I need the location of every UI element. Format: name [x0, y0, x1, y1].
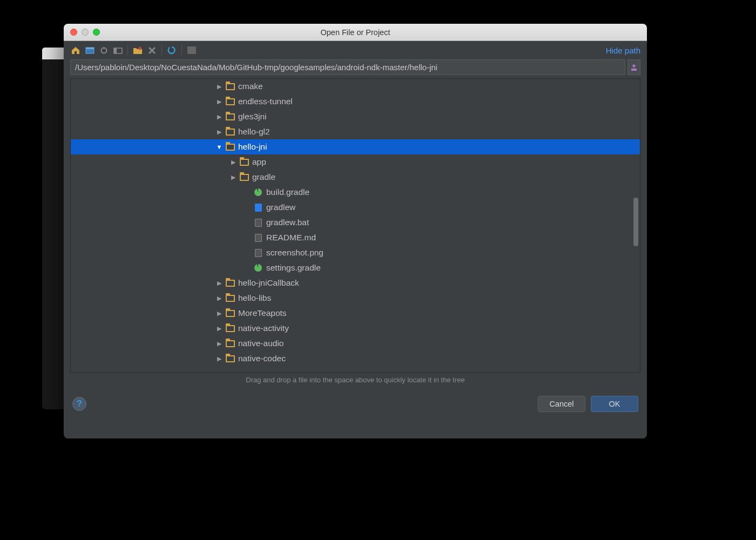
file-icon [253, 233, 263, 242]
disclosure-arrow-icon[interactable]: ▶ [215, 355, 223, 362]
svg-rect-7 [138, 48, 142, 49]
folder-icon [225, 143, 235, 151]
toolbar-separator [181, 45, 182, 56]
tree-row[interactable]: README.md [71, 230, 640, 245]
gradle-file-icon [253, 188, 263, 197]
tree-item-label: settings.gradle [266, 263, 321, 273]
path-input[interactable] [70, 59, 625, 75]
tree-item-label: native-audio [238, 339, 284, 348]
disclosure-arrow-icon[interactable]: ▶ [230, 159, 237, 166]
disclosure-arrow-icon[interactable]: ▶ [215, 129, 223, 136]
tree-item-label: gradle [252, 172, 275, 182]
tree-item-label: app [252, 157, 266, 167]
tree-item-label: screenshot.png [266, 248, 323, 258]
tree-row[interactable]: ▶endless-tunnel [71, 94, 640, 109]
disclosure-arrow-icon[interactable]: ▶ [230, 174, 237, 181]
tree-row[interactable]: gradlew [71, 200, 640, 215]
tree-row[interactable]: ▶native-activity [71, 321, 640, 336]
folder-icon [239, 173, 249, 181]
folder-icon [225, 294, 235, 302]
tree-row[interactable]: ▼hello-jni [71, 139, 640, 154]
tree-item-label: README.md [266, 233, 316, 242]
tree-item-label: build.gradle [266, 187, 309, 197]
disclosure-arrow-icon[interactable]: ▶ [215, 280, 223, 287]
tree-item-label: hello-gl2 [238, 127, 270, 137]
toolbar-separator [127, 45, 128, 56]
folder-icon [225, 309, 235, 318]
disclosure-arrow-icon[interactable]: ▶ [215, 98, 223, 105]
disclosure-arrow-icon[interactable]: ▶ [215, 340, 223, 347]
disclosure-arrow-icon[interactable]: ▼ [215, 144, 223, 150]
svg-rect-10 [631, 69, 637, 71]
tree-item-label: hello-jniCallback [238, 278, 299, 288]
tree-row[interactable]: ▶gradle [71, 170, 640, 185]
folder-icon [225, 127, 235, 136]
tree-row[interactable]: ▶app [71, 154, 640, 170]
tree-item-label: MoreTeapots [238, 308, 287, 318]
folder-icon [225, 324, 235, 333]
svg-point-3 [103, 47, 105, 49]
disclosure-arrow-icon[interactable]: ▶ [215, 83, 223, 90]
home-icon[interactable] [70, 45, 81, 56]
disclosure-arrow-icon[interactable]: ▶ [215, 113, 223, 120]
tree-row[interactable]: ▶native-audio [71, 336, 640, 351]
folder-icon [239, 158, 249, 166]
folder-icon [225, 82, 235, 91]
disclosure-arrow-icon[interactable]: ▶ [215, 325, 223, 332]
tree-item-label: gradlew [266, 202, 295, 212]
module-icon[interactable] [98, 45, 109, 56]
help-button[interactable]: ? [72, 397, 86, 411]
tree-item-label: hello-libs [238, 293, 271, 303]
open-file-dialog: Open File or Project Hide path ▶cmake▶en… [64, 24, 647, 438]
tree-item-label: hello-jni [238, 142, 267, 152]
svg-rect-1 [86, 48, 94, 49]
path-history-button[interactable] [627, 59, 640, 75]
tree-row[interactable]: ▶gles3jni [71, 109, 640, 124]
disclosure-arrow-icon[interactable]: ▶ [215, 295, 223, 302]
svg-rect-5 [114, 48, 117, 53]
tree-row[interactable]: gradlew.bat [71, 215, 640, 230]
tree-row[interactable]: build.gradle [71, 185, 640, 200]
tree-item-label: gles3jni [238, 112, 267, 122]
tree-row[interactable]: ▶native-codec [71, 351, 640, 366]
dialog-footer: ? Cancel OK [64, 394, 647, 420]
tree-row[interactable]: ▶hello-jniCallback [71, 275, 640, 291]
tree-row[interactable]: ▶hello-libs [71, 291, 640, 306]
file-icon [253, 218, 263, 227]
show-hidden-icon[interactable] [186, 45, 197, 56]
tree-item-label: cmake [238, 82, 263, 91]
refresh-icon[interactable] [166, 45, 177, 56]
image-file-icon [253, 248, 263, 257]
tree-row[interactable]: ▶cmake [71, 79, 640, 94]
tree-item-label: native-activity [238, 323, 289, 333]
toolbar-separator [161, 45, 162, 56]
hint-text: Drag and drop a file into the space abov… [64, 373, 647, 394]
tree-row[interactable]: settings.gradle [71, 260, 640, 275]
desktop-icon[interactable] [84, 45, 95, 56]
dialog-title: Open File or Project [64, 28, 647, 37]
project-icon[interactable] [112, 45, 123, 56]
cancel-button[interactable]: Cancel [538, 396, 585, 412]
file-tree[interactable]: ▶cmake▶endless-tunnel▶gles3jni▶hello-gl2… [71, 79, 640, 366]
folder-icon [225, 354, 235, 363]
tree-item-label: native-codec [238, 354, 286, 363]
shell-file-icon [253, 203, 263, 212]
tree-row[interactable]: ▶MoreTeapots [71, 306, 640, 321]
hide-path-link[interactable]: Hide path [606, 46, 640, 55]
svg-rect-8 [187, 46, 196, 54]
ok-button[interactable]: OK [591, 396, 638, 412]
file-tree-container: ▶cmake▶endless-tunnel▶gles3jni▶hello-gl2… [70, 78, 640, 373]
tree-row[interactable]: screenshot.png [71, 245, 640, 260]
disclosure-arrow-icon[interactable]: ▶ [215, 310, 223, 317]
toolbar: Hide path [64, 41, 647, 59]
gradle-file-icon [253, 264, 263, 272]
scrollbar-thumb[interactable] [633, 198, 638, 246]
folder-icon [225, 97, 235, 106]
delete-icon[interactable] [146, 45, 157, 56]
path-row [64, 59, 647, 78]
folder-icon [225, 339, 235, 348]
new-folder-icon[interactable] [132, 45, 143, 56]
titlebar: Open File or Project [64, 24, 647, 41]
tree-row[interactable]: ▶hello-gl2 [71, 124, 640, 139]
tree-item-label: endless-tunnel [238, 97, 293, 106]
